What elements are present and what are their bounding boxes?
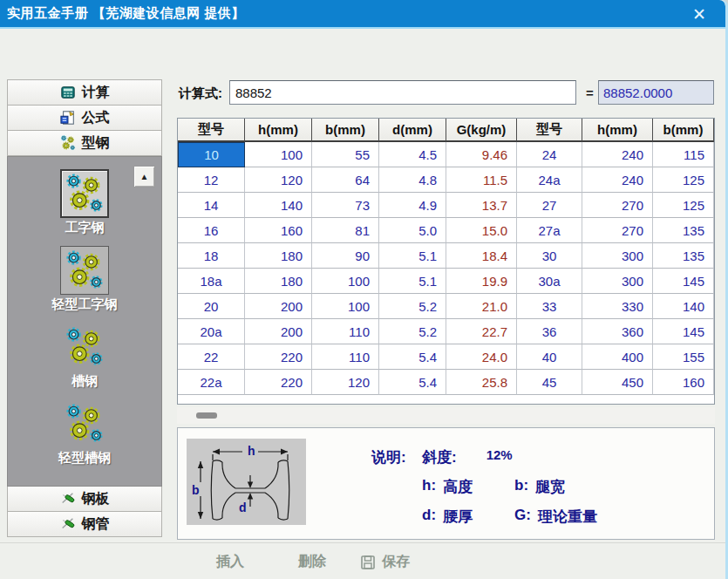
grid-cell[interactable]: 220	[245, 344, 312, 370]
grid-cell[interactable]: 5.4	[379, 344, 446, 370]
shape-item-light-i-beam[interactable]: 轻型工字钢	[52, 246, 118, 313]
grid-cell[interactable]: 360	[582, 319, 653, 344]
close-button[interactable]: ✕	[687, 3, 711, 24]
grid-cell[interactable]: 145	[653, 269, 714, 294]
grid-cell[interactable]: 200	[245, 294, 312, 319]
grid-cell[interactable]: 135	[653, 218, 714, 243]
grid-cell[interactable]: 73	[312, 193, 379, 218]
grid-cell[interactable]: 270	[582, 218, 653, 243]
grid-cell[interactable]: 22	[178, 344, 245, 370]
grid-cell[interactable]: 100	[312, 269, 379, 294]
grid-cell[interactable]: 22a	[178, 370, 245, 395]
column-header[interactable]: b(mm)	[653, 119, 714, 142]
grid-cell[interactable]: 140	[653, 294, 714, 319]
sidebar-item-steel-pipe[interactable]: 钢管	[7, 511, 162, 537]
grid-cell[interactable]: 90	[312, 243, 379, 269]
grid-cell[interactable]: 200	[245, 319, 312, 344]
grid-cell[interactable]: 30a	[517, 269, 582, 294]
grid-cell[interactable]: 115	[653, 142, 714, 167]
grid-cell[interactable]: 300	[582, 243, 653, 269]
grid-cell[interactable]: 270	[582, 193, 653, 218]
grid-cell[interactable]: 180	[245, 269, 312, 294]
grid-cell[interactable]: 55	[312, 142, 379, 167]
grid-cell[interactable]: 33	[517, 294, 582, 319]
grid-cell[interactable]: 18a	[178, 269, 245, 294]
shape-item-i-beam[interactable]: 工字钢	[60, 169, 109, 236]
column-header[interactable]: 型号	[517, 119, 582, 142]
grid-cell[interactable]: 5.4	[379, 370, 446, 395]
sidebar-item-formula[interactable]: 公式	[7, 105, 162, 131]
grid-cell[interactable]: 81	[312, 218, 379, 243]
grid-cell[interactable]: 155	[653, 344, 714, 370]
column-header[interactable]: h(mm)	[582, 119, 653, 142]
column-header[interactable]: b(mm)	[312, 119, 379, 142]
grid-cell[interactable]: 220	[245, 370, 312, 395]
grid-cell[interactable]: 300	[582, 269, 653, 294]
grid-cell[interactable]: 160	[653, 370, 714, 395]
grid-cell[interactable]: 5.2	[379, 319, 446, 344]
grid-cell[interactable]: 24a	[517, 167, 582, 193]
grid-cell[interactable]: 14	[178, 193, 245, 218]
column-header[interactable]: 型号	[178, 119, 245, 142]
grid-cell[interactable]: 5.2	[379, 294, 446, 319]
sidebar-item-section-steel[interactable]: 型钢	[7, 130, 162, 156]
grid-cell[interactable]: 27	[517, 193, 582, 218]
grid-cell[interactable]: 16	[178, 218, 245, 243]
grid-cell[interactable]: 5.1	[379, 269, 446, 294]
grid-cell[interactable]: 240	[582, 167, 653, 193]
grid-cell[interactable]: 100	[245, 142, 312, 167]
grid-cell[interactable]: 4.5	[379, 142, 446, 167]
grid-cell[interactable]: 24.0	[446, 344, 517, 370]
grid-cell[interactable]: 11.5	[446, 167, 517, 193]
grid-cell[interactable]: 240	[582, 142, 653, 167]
grid-cell[interactable]: 100	[312, 294, 379, 319]
expression-input[interactable]	[229, 80, 576, 105]
delete-button[interactable]: 删除	[298, 553, 326, 571]
grid-cell[interactable]: 64	[312, 167, 379, 193]
grid-cell[interactable]: 180	[245, 243, 312, 269]
grid-cell[interactable]: 135	[653, 243, 714, 269]
shape-item-light-channel[interactable]: 轻型槽钢	[58, 399, 111, 467]
grid-cell[interactable]: 21.0	[446, 294, 517, 319]
grid-cell[interactable]: 13.7	[446, 193, 517, 218]
grid-cell[interactable]: 15.0	[446, 218, 517, 243]
grid-cell[interactable]: 20	[178, 294, 245, 319]
grid-cell[interactable]: 10	[178, 142, 245, 167]
grid-cell[interactable]: 450	[582, 370, 653, 395]
grid-cell[interactable]: 5.1	[379, 243, 446, 269]
grid-cell[interactable]: 25.8	[446, 370, 517, 395]
grid-cell[interactable]: 330	[582, 294, 653, 319]
grid-cell[interactable]: 125	[653, 167, 714, 193]
column-header[interactable]: h(mm)	[245, 119, 312, 142]
grid-cell[interactable]: 36	[517, 319, 582, 344]
scrollbar-thumb[interactable]	[196, 412, 217, 419]
sidebar-item-steel-plate[interactable]: 钢板	[7, 486, 162, 512]
grid-cell[interactable]: 20a	[178, 319, 245, 344]
insert-button[interactable]: 插入	[216, 553, 244, 571]
grid-cell[interactable]: 18	[178, 243, 245, 269]
grid-cell[interactable]: 9.46	[446, 142, 517, 167]
scroll-up-button[interactable]: ▲	[133, 166, 155, 187]
grid-cell[interactable]: 140	[245, 193, 312, 218]
result-field[interactable]: 88852.0000	[598, 80, 714, 105]
horizontal-scrollbar[interactable]	[177, 407, 715, 424]
grid-cell[interactable]: 120	[312, 370, 379, 395]
grid-cell[interactable]: 40	[517, 344, 582, 370]
shape-item-channel[interactable]: 槽钢	[60, 323, 109, 390]
grid-cell[interactable]: 110	[312, 319, 379, 344]
grid-cell[interactable]: 110	[312, 344, 379, 370]
grid-cell[interactable]: 4.9	[379, 193, 446, 218]
grid-cell[interactable]: 30	[517, 243, 582, 269]
grid-cell[interactable]: 12	[178, 167, 245, 193]
column-header[interactable]: G(kg/m)	[446, 119, 517, 142]
column-header[interactable]: d(mm)	[379, 119, 446, 142]
grid-cell[interactable]: 19.9	[446, 269, 517, 294]
grid-cell[interactable]: 5.0	[379, 218, 446, 243]
grid-cell[interactable]: 27a	[517, 218, 582, 243]
grid-cell[interactable]: 145	[653, 319, 714, 344]
sidebar-item-calculate[interactable]: 计算	[7, 79, 162, 106]
grid-cell[interactable]: 45	[517, 370, 582, 395]
grid-cell[interactable]: 400	[582, 344, 653, 370]
save-button[interactable]: 保存	[359, 553, 410, 571]
grid-cell[interactable]: 120	[245, 167, 312, 193]
